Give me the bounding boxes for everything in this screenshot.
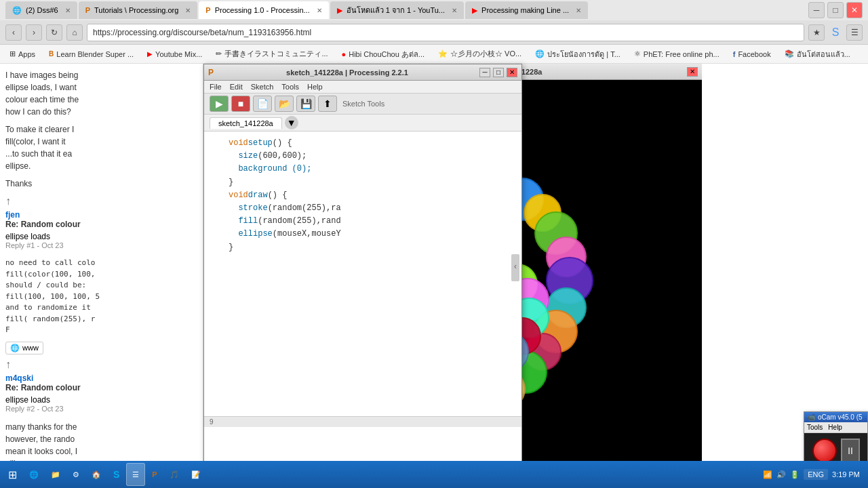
code-line-background: background (0);	[210, 163, 516, 176]
clock: 3:19 PM	[832, 470, 860, 479]
tab-icon: ▶	[337, 6, 342, 15]
browser-tab-youtube1[interactable]: ▶ อันโหดแล้ว 1 จาก 1 - YouTu... ✕	[330, 1, 464, 19]
ocam-app-icon: 📹	[807, 413, 815, 421]
bookmark-thai[interactable]: 🌐 ประโยนัองการตัดู | T...	[531, 47, 625, 62]
tab-close[interactable]: ✕	[317, 7, 322, 14]
menu-help[interactable]: Help	[307, 83, 323, 91]
browser-icon: ☰	[132, 470, 139, 479]
ocam-pause-button[interactable]: ⏸	[841, 439, 860, 463]
refresh-button[interactable]: ↻	[46, 24, 62, 41]
battery-icon: 🔋	[790, 470, 800, 479]
menu-edit[interactable]: Edit	[230, 83, 243, 91]
bookmark-icon: ⚛	[634, 49, 641, 58]
browser-tab-dss6[interactable]: 🌐 (2) Dss#6 ✕	[5, 1, 77, 19]
tab-close[interactable]: ✕	[185, 7, 191, 14]
forum-reply2-sub: ellipse loads	[5, 395, 197, 405]
bookmark-star[interactable]: ★	[808, 24, 825, 41]
tab-icon: 🌐	[12, 6, 22, 15]
bookmark-youtube[interactable]: ▶ Youtube Mix...	[143, 49, 206, 60]
code-line-2: size(600,600);	[210, 150, 516, 163]
new-button[interactable]: 📄	[253, 96, 272, 112]
forum-user-m4qski[interactable]: m4qski	[5, 373, 33, 383]
bookmark-star-jp[interactable]: ⭐ ☆彡月の小枝☆ VO...	[434, 47, 526, 60]
code-editor[interactable]: void setup() { size(600,600); background…	[204, 131, 521, 416]
taskbar-settings[interactable]: ⚙	[67, 463, 85, 486]
bookmark-illust[interactable]: ✏ 手書きイラストコミュニティ...	[212, 47, 332, 60]
processing-close[interactable]: ✕	[507, 68, 517, 77]
tab-label: Tutorials \ Processing.org	[94, 6, 178, 14]
forum-post-text1: I have images being ellipse loads, I wan…	[5, 69, 197, 118]
taskbar-start[interactable]: ⊞	[3, 463, 22, 486]
export-button[interactable]: ⬆	[318, 96, 337, 112]
forum-arrow-up[interactable]: ↑	[5, 195, 197, 207]
ocam-title-bar: 📹 oCam v45.0 (5	[804, 412, 867, 422]
bookmark-thai2[interactable]: 📚 อันโต่สอนแล้ว...	[781, 47, 854, 62]
stop-button[interactable]: ■	[231, 96, 250, 112]
address-bar[interactable]: https://processing.org/discourse/beta/nu…	[87, 24, 804, 41]
taskbar-browser[interactable]: ☰	[126, 463, 145, 486]
tab-label: Processing making Line ...	[481, 6, 569, 14]
forum-arrow-up2[interactable]: ↑	[5, 359, 197, 371]
taskbar-home[interactable]: 🏠	[86, 463, 106, 486]
bookmark-phet[interactable]: ⚛ PhET: Free online ph...	[630, 48, 724, 60]
tab-add-button[interactable]: ▼	[285, 116, 298, 129]
maximize-button[interactable]: □	[827, 2, 844, 18]
collapse-panel-btn[interactable]: ‹	[511, 254, 519, 283]
forum-panel: I have images being ellipse loads, I wan…	[0, 64, 203, 480]
forward-button[interactable]: ›	[26, 24, 42, 41]
bookmark-facebook[interactable]: f Facebook	[729, 49, 775, 60]
open-button[interactable]: 📂	[275, 96, 294, 112]
menu-sketch[interactable]: Sketch	[251, 83, 274, 91]
taskbar-explorer[interactable]: 📁	[45, 463, 66, 486]
tab-label: อันโหดแล้ว 1 จาก 1 - YouTu...	[347, 4, 445, 16]
minimize-button[interactable]: ─	[808, 2, 825, 18]
taskbar: ⊞ 🌐 📁 ⚙ 🏠 S ☰ P 🎵 📝 📶 🔊 🔋 ENG 3:19 PM	[0, 461, 868, 488]
menu-file[interactable]: File	[210, 83, 222, 91]
editor-tab-sketch[interactable]: sketch_141228a	[210, 117, 282, 129]
bookmark-label: Hibi ChouChou あต่ล...	[349, 48, 425, 60]
language-button[interactable]: ENG	[804, 469, 828, 480]
bookmark-icon: B	[49, 50, 54, 58]
menu-tools[interactable]: Tools	[281, 83, 299, 91]
back-button[interactable]: ‹	[5, 24, 22, 41]
tab-close[interactable]: ✕	[65, 7, 71, 14]
extensions-button[interactable]: ☰	[846, 24, 863, 41]
close-button[interactable]: ✕	[846, 2, 863, 18]
tab-close[interactable]: ✕	[576, 7, 581, 14]
browser-tab-tutorials[interactable]: P Tutorials \ Processing.org ✕	[79, 1, 198, 19]
bookmark-icon: f	[733, 50, 736, 58]
taskbar-ie[interactable]: 🌐	[24, 463, 44, 486]
code-line-10: }	[210, 241, 516, 254]
taskbar-notepad[interactable]: 📝	[186, 463, 206, 486]
music-icon: 🎵	[170, 470, 179, 479]
browser-tab-processing[interactable]: P Processing 1.0 - Processin... ✕	[199, 1, 328, 19]
run-button[interactable]: ▶	[210, 96, 229, 112]
forum-user-fjen[interactable]: fjen	[5, 210, 20, 220]
taskbar-skype[interactable]: S	[108, 463, 125, 486]
taskbar-processing[interactable]: P	[146, 463, 162, 486]
bookmark-blender[interactable]: B Learn Blender Super ...	[45, 49, 138, 60]
bookmark-label: ประโยนัองการตัดู | T...	[547, 48, 620, 60]
tab-icon: P	[205, 6, 210, 14]
forum-reply2-header: Re: Random colour	[5, 383, 197, 392]
ocam-record-button[interactable]	[812, 439, 837, 463]
forum-reply1-meta: Reply #1 - Oct 23	[5, 241, 197, 249]
processing-maximize[interactable]: □	[493, 68, 504, 77]
bookmark-icon: ●	[342, 50, 347, 58]
forum-thanks: Thanks	[5, 178, 197, 190]
forum-reply2-meta: Reply #2 - Oct 23	[5, 405, 197, 413]
home-button[interactable]: ⌂	[66, 24, 83, 41]
processing-minimize[interactable]: ─	[479, 68, 490, 77]
skype-icon[interactable]: S	[829, 26, 842, 39]
browser-tab-youtube2[interactable]: ▶ Processing making Line ... ✕	[465, 1, 588, 19]
save-button[interactable]: 💾	[296, 96, 315, 112]
taskbar-music[interactable]: 🎵	[164, 463, 184, 486]
ocam-menu-tools[interactable]: Tools	[807, 424, 823, 431]
bookmark-hibi[interactable]: ● Hibi ChouChou あต่ล...	[338, 47, 429, 62]
bookmark-apps[interactable]: ⊞ Apps	[5, 48, 39, 60]
ocam-menu-help[interactable]: Help	[828, 424, 842, 431]
sketch-close[interactable]: ✕	[687, 67, 698, 77]
bookmark-label: PhET: Free online ph...	[644, 50, 719, 58]
processing-title-bar: P sketch_141228a | Processing 2.2.1 ─ □ …	[204, 64, 521, 81]
tab-close[interactable]: ✕	[452, 7, 457, 14]
